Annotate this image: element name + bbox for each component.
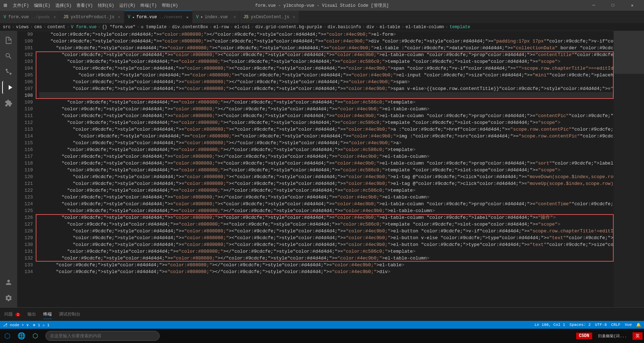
- menu-file[interactable]: 文件(F): [13, 2, 29, 9]
- bc-div[interactable]: div: [366, 25, 374, 30]
- csdn-badge: CSDN: [576, 333, 592, 339]
- tab-close-icon[interactable]: ✕: [186, 15, 189, 20]
- line-number-127: 127: [17, 221, 33, 228]
- menu-view[interactable]: 查看(V): [76, 2, 93, 9]
- editor-layout: 9910010110210310410510610710810911011111…: [0, 31, 644, 307]
- csdn-user: 归巢幽菊{词...: [595, 333, 630, 339]
- bc-cms[interactable]: cms: [34, 25, 42, 30]
- bc-template[interactable]: ◇ template: [141, 24, 167, 30]
- bc-div-basicinfo[interactable]: div.basicinfo: [328, 25, 361, 30]
- panel-tab-output[interactable]: 输出: [28, 310, 36, 319]
- panel-tab-terminal[interactable]: 终端: [43, 310, 52, 319]
- status-notifications[interactable]: 🔔: [636, 323, 641, 327]
- panel-tab-debug-console[interactable]: 调试控制台: [59, 310, 80, 319]
- line-numbers: 9910010110210310410510610710810911011111…: [17, 31, 36, 307]
- line-number-109: 109: [17, 99, 33, 106]
- close-button[interactable]: ✕: [624, 0, 640, 11]
- bc-form-vue-obj[interactable]: {} "form.vue": [102, 25, 136, 30]
- taskbar-right: CSDN 归巢幽菊{词... 英: [576, 332, 643, 340]
- line-number-103: 103: [17, 58, 33, 65]
- taskbar-search[interactable]: [45, 331, 160, 341]
- bc-src[interactable]: src: [3, 25, 11, 30]
- tab-index-vue[interactable]: V ● index.vue ✕: [193, 11, 240, 23]
- line-number-122: 122: [17, 187, 33, 194]
- menu-help[interactable]: 帮助(H): [162, 2, 178, 9]
- status-line-ending[interactable]: CRLF: [611, 323, 620, 327]
- code-line-106: "color:#9cdcfe;">style"color:#d4d4d4;">=…: [39, 79, 614, 85]
- status-language[interactable]: Vue: [625, 323, 632, 327]
- breadcrumb: src › views › cms › content › V form.vue…: [0, 23, 644, 31]
- bc-el-row[interactable]: el-row: [214, 25, 229, 30]
- menu-terminal[interactable]: 终端(T): [140, 2, 157, 9]
- menu-edit[interactable]: 编辑(E): [34, 2, 50, 9]
- taskbar: ⬡ 🌐 ⬡ CSDN 归巢幽菊{词... 英: [0, 329, 644, 343]
- status-branch[interactable]: ⎇ node + ∨: [3, 323, 29, 327]
- line-number-120: 120: [17, 173, 33, 180]
- code-line-111: "color:#9cdcfe;">style"color:#d4d4d4;">=…: [39, 112, 614, 119]
- minimap[interactable]: [614, 31, 644, 307]
- bc-div-contentbox[interactable]: div.contentBox: [172, 25, 208, 30]
- status-spaces[interactable]: Spaces: 2: [569, 323, 590, 327]
- tab-label: form.vue: [8, 15, 29, 20]
- bc-el-col[interactable]: el-col: [234, 25, 250, 30]
- status-errors[interactable]: ⊗ 1 ⚠ 1: [33, 323, 49, 327]
- line-number-106: 106: [17, 79, 33, 85]
- line-number-112: 112: [17, 119, 33, 126]
- maximize-button[interactable]: □: [605, 0, 621, 11]
- status-encoding[interactable]: UTF-8: [595, 323, 607, 327]
- tab-form-vue-content[interactable]: V ● form.vue ../content ✕: [124, 11, 193, 23]
- bc-div-grid[interactable]: div.grid-content.bg-purple: [255, 25, 322, 30]
- line-number-129: 129: [17, 234, 33, 241]
- bc-el-table-column[interactable]: el-table-column: [406, 25, 444, 30]
- tab-icon: V: [128, 15, 130, 20]
- bc-template-last[interactable]: template: [450, 25, 470, 30]
- bc-el-table[interactable]: el-table: [380, 25, 400, 30]
- tab-close-icon[interactable]: ✕: [293, 15, 295, 19]
- tab-close-icon[interactable]: ✕: [54, 15, 56, 19]
- bottom-panel: 问题 1 输出 终端 调试控制台: [0, 307, 644, 321]
- tab-icon: V: [4, 15, 6, 20]
- tab-icon: JS: [243, 15, 248, 20]
- taskbar-search-input[interactable]: [45, 331, 160, 341]
- code-content[interactable]: "color:#9cdcfe;">style"color:#d4d4d4;">=…: [36, 31, 614, 307]
- svg-point-1: [10, 73, 12, 75]
- activity-source-control-icon[interactable]: [2, 65, 15, 78]
- activity-extensions-icon[interactable]: [2, 97, 15, 110]
- minimap-slider[interactable]: [614, 31, 644, 74]
- activity-debug-icon[interactable]: [2, 81, 15, 94]
- bc-views[interactable]: views: [16, 25, 29, 30]
- taskbar-vscode[interactable]: ⬡: [1, 329, 13, 342]
- menu-run[interactable]: 运行(R): [119, 2, 136, 9]
- code-line-112: "color:#9cdcfe;">style"color:#d4d4d4;">=…: [39, 119, 614, 126]
- activity-files-icon[interactable]: [2, 34, 15, 47]
- bc-content[interactable]: content: [48, 25, 65, 30]
- code-line-113: "color:#9cdcfe;">style"color:#d4d4d4;">=…: [39, 126, 614, 133]
- tab-close-icon[interactable]: ✕: [234, 15, 236, 19]
- status-ln-col[interactable]: Ln 108, Col 1: [535, 323, 565, 327]
- title-bar-left: ⊞ 文件(F) 编辑(E) 选择(S) 查看(V) 转到(G) 运行(R) 终端…: [4, 2, 178, 9]
- activity-settings-icon[interactable]: [2, 292, 15, 304]
- tab-yxstoreproduct[interactable]: JS yxStoreProduct.js ✕: [60, 11, 124, 23]
- code-line-131: "color:#9cdcfe;">style"color:#d4d4d4;">=…: [39, 248, 614, 255]
- tab-form-vue-goods[interactable]: V form.vue ../goods ✕: [0, 11, 60, 23]
- tab-yxcmscontent[interactable]: JS yxCmsContent.js ✕: [240, 11, 299, 23]
- activity-account-icon[interactable]: [2, 276, 15, 289]
- minimize-button[interactable]: ─: [585, 0, 602, 11]
- status-left: ⎇ node + ∨ ⊗ 1 ⚠ 1: [3, 323, 50, 327]
- code-line-115: "color:#9cdcfe;">style"color:#d4d4d4;">=…: [39, 140, 614, 146]
- menu-goto[interactable]: 转到(G): [98, 2, 114, 9]
- bc-form-vue[interactable]: V form.vue: [71, 25, 96, 30]
- taskbar-edge[interactable]: 🌐: [15, 329, 28, 342]
- menu-select[interactable]: 选择(S): [55, 2, 72, 9]
- code-line-129: "color:#9cdcfe;">style"color:#d4d4d4;">=…: [39, 234, 614, 241]
- panel-tab-problems[interactable]: 问题 1: [4, 310, 20, 319]
- line-number-110: 110: [17, 106, 33, 112]
- status-bar: ⎇ node + ∨ ⊗ 1 ⚠ 1 Ln 108, Col 1 Spaces:…: [0, 321, 644, 329]
- taskbar-unknown[interactable]: ⬡: [30, 329, 41, 342]
- title-bar-menu[interactable]: 文件(F) 编辑(E) 选择(S) 查看(V) 转到(G) 运行(R) 终端(T…: [13, 2, 178, 9]
- line-number-123: 123: [17, 194, 33, 201]
- activity-search-icon[interactable]: [2, 50, 15, 62]
- code-line-101: "color:#9cdcfe;">style"color:#d4d4d4;">=…: [39, 45, 614, 51]
- tab-label: yxCmsContent.js: [251, 15, 289, 20]
- tab-close-icon[interactable]: ✕: [118, 15, 120, 19]
